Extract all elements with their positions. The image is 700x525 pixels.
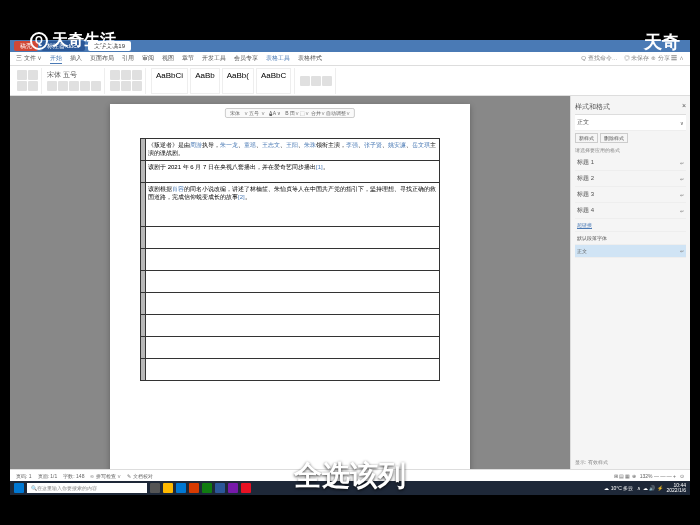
zoom-control[interactable]: 132% — —·— + [640,473,676,479]
style-default-font[interactable]: 默认段落字体 [577,235,607,241]
bold-icon[interactable] [47,81,57,91]
mini-font[interactable]: 宋体 [230,110,240,116]
new-style-button[interactable]: 新样式 [575,133,598,143]
color-icon[interactable] [91,81,101,91]
strike-icon[interactable] [80,81,90,91]
menu-bar: 三 文件 ∨ 开始 插入 页面布局 引用 审阅 视图 章节 开发工具 会员专享 … [10,52,690,66]
monitor-frame: 稿壳 标注器.docx 文字文稿19 三 文件 ∨ 开始 插入 页面布局 引用 … [10,40,690,495]
main-area: 宋体 ∨ 五号 ∨ A̲ A ∨ B 田∨ ⬚∨ 合并∨ 自动调整∨ 《叛逆者》… [10,96,690,481]
status-proofing[interactable]: ✎ 文档校对 [127,473,152,479]
style-h3[interactable]: 标题 3 [577,190,594,199]
current-style[interactable]: 正文 [577,118,589,127]
style-hyperlink[interactable]: 超链接 [577,222,592,228]
panel-close-icon[interactable]: × [682,102,686,112]
cell-content[interactable]: 该剧于 2021 年 6 月 7 日在央视八套播出，并在爱奇艺同步播出[1]。 [146,161,440,183]
find-icon[interactable] [300,76,310,86]
document-table[interactable]: 《叛逆者》是由周游执导，朱一龙、童瑶、王志文、王阳、朱珠领衔主演，李强、张子贤、… [140,138,440,381]
cell-empty[interactable] [146,359,440,381]
status-sync-icon[interactable]: ⊙ [680,473,684,479]
cell-empty[interactable] [146,249,440,271]
mini-toolbar[interactable]: 宋体 ∨ 五号 ∨ A̲ A ∨ B 田∨ ⬚∨ 合并∨ 自动调整∨ [225,108,355,118]
numbering-icon[interactable] [121,70,131,80]
menu-table-style[interactable]: 表格样式 [298,54,322,63]
style-preview-2[interactable]: AaBb [190,68,220,94]
menu-section[interactable]: 章节 [182,54,194,63]
view-buttons[interactable]: ⊞ ▤ ▦ ⊕ [614,473,636,479]
watermark-left: Q 天奇生活 [30,30,116,51]
copy-icon[interactable] [17,81,27,91]
menu-review[interactable]: 审阅 [142,54,154,63]
app-icon-2[interactable] [241,483,251,493]
mini-text-tools[interactable]: A̲ A ∨ [269,110,282,116]
status-pages[interactable]: 页面: 1/1 [38,473,58,479]
panel-show-mode[interactable]: 显示: 有效样式 [575,457,686,467]
menu-layout[interactable]: 页面布局 [90,54,114,63]
font-select[interactable]: 宋体 [47,70,61,80]
indent-icon[interactable] [132,70,142,80]
explorer-icon[interactable] [163,483,173,493]
mini-table-tools[interactable]: B 田∨ ⬚∨ 合并∨ 自动调整∨ [285,110,350,116]
cell-empty[interactable] [146,337,440,359]
replace-icon[interactable] [311,76,321,86]
menu-vip[interactable]: 会员专享 [234,54,258,63]
style-body[interactable]: 正文 [577,248,587,254]
menu-dev[interactable]: 开发工具 [202,54,226,63]
word-icon[interactable] [215,483,225,493]
list-icon[interactable] [110,70,120,80]
italic-icon[interactable] [58,81,68,91]
menu-save-share[interactable]: ◎ 未保存 ⊕ 分享 ☰ ∧ [624,54,684,63]
styles-panel: 样式和格式× 正文∨ 新样式 删除样式 请选择要应用的格式 标题 1↵ 标题 2… [570,96,690,481]
cell-content[interactable]: 该剧根据肖容的同名小说改编，讲述了林楠笙、朱怡贞等人在中国共产党的指引下，坚持理… [146,183,440,227]
menu-insert[interactable]: 插入 [70,54,82,63]
cell-empty[interactable] [146,271,440,293]
select-icon[interactable] [322,76,332,86]
menu-table-tools[interactable]: 表格工具 [266,54,290,63]
watermark-icon: Q [30,32,48,50]
clock-date[interactable]: 2022/1/6 [667,487,686,493]
cut-icon[interactable] [28,70,38,80]
tray-icons[interactable]: ∧ ☁ 🔊 ⚡ [637,485,662,491]
task-view-icon[interactable] [150,483,160,493]
menu-file[interactable]: 三 文件 ∨ [16,54,42,63]
align-right-icon[interactable] [132,81,142,91]
taskbar-search[interactable]: 🔍 在这里输入你要搜索的内容 [27,483,147,493]
style-preview-4[interactable]: AaBbC [256,68,291,94]
status-spellcheck[interactable]: ⊙ 拼写检查 ∨ [90,473,121,479]
page: 宋体 ∨ 五号 ∨ A̲ A ∨ B 田∨ ⬚∨ 合并∨ 自动调整∨ 《叛逆者》… [110,104,470,473]
format-painter-icon[interactable] [28,81,38,91]
video-subtitle: 全选该列 [294,457,406,495]
style-h1[interactable]: 标题 1 [577,158,594,167]
size-select[interactable]: 五号 [63,70,77,80]
style-preview-3[interactable]: AaBb( [222,68,254,94]
menu-home[interactable]: 开始 [50,54,62,64]
menu-search[interactable]: Q 查找命令… [581,54,617,63]
office-icon[interactable] [189,483,199,493]
underline-icon[interactable] [69,81,79,91]
menu-reference[interactable]: 引用 [122,54,134,63]
edge-icon[interactable] [176,483,186,493]
watermark-right: 天奇 [644,30,680,54]
excel-icon[interactable] [202,483,212,493]
cell-empty[interactable] [146,293,440,315]
delete-style-button[interactable]: 删除样式 [600,133,628,143]
cell-content[interactable]: 《叛逆者》是由周游执导，朱一龙、童瑶、王志文、王阳、朱珠领衔主演，李强、张子贤、… [146,139,440,161]
panel-title: 样式和格式 [575,102,610,112]
weather-widget[interactable]: ☁ 10°C 多云 [604,485,633,491]
document-area[interactable]: 宋体 ∨ 五号 ∨ A̲ A ∨ B 田∨ ⬚∨ 合并∨ 自动调整∨ 《叛逆者》… [10,96,570,481]
status-page[interactable]: 页码: 1 [16,473,32,479]
style-h2[interactable]: 标题 2 [577,174,594,183]
cell-empty[interactable] [146,315,440,337]
cell-empty[interactable] [146,227,440,249]
align-left-icon[interactable] [110,81,120,91]
app-icon[interactable] [228,483,238,493]
panel-hint: 请选择要应用的格式 [575,145,686,155]
start-button[interactable] [14,483,24,493]
mini-size[interactable]: ∨ 五号 ∨ [244,110,265,116]
status-words[interactable]: 字数: 148 [63,473,84,479]
paste-icon[interactable] [17,70,27,80]
ribbon: 宋体五号 AaBbCi AaBb AaBb( AaBbC [10,66,690,96]
style-preview-1[interactable]: AaBbCi [151,68,188,94]
menu-view[interactable]: 视图 [162,54,174,63]
align-center-icon[interactable] [121,81,131,91]
style-h4[interactable]: 标题 4 [577,206,594,215]
